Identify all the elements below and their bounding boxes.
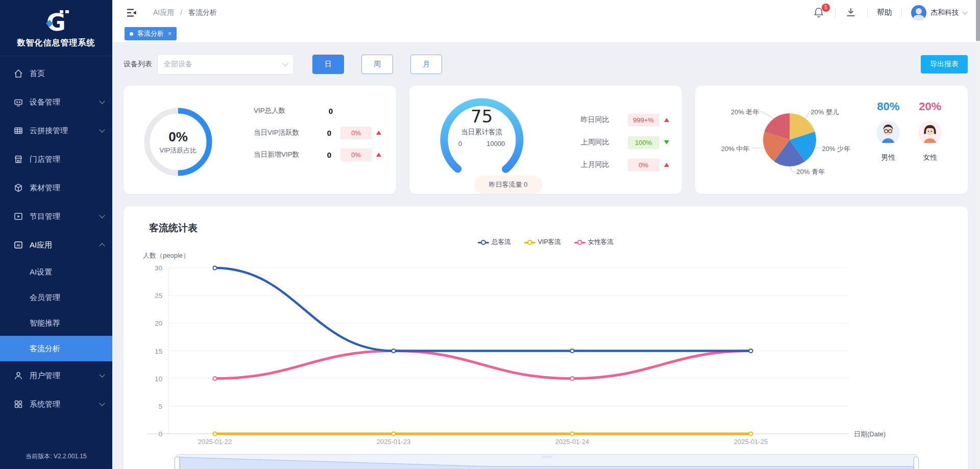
vip-ring-chart: 0% VIP活跃占比 [140,104,216,180]
demographics-card: 20% 老年 20% 婴儿 20% 中年 20% 少年 20% 青年 80% [695,86,968,194]
breadcrumb-parent[interactable]: AI应用 [153,8,174,16]
sidebar-item-label: 智能推荐 [30,318,60,328]
chevron-down-icon [282,60,288,66]
female-stat: 20% 女性 [910,100,950,162]
tab-label: 客流分析 [137,29,164,38]
company-name: 杰和科技 [930,8,959,17]
logo-block: G 数智化信息管理系统 [0,0,112,56]
sidebar-item-label: 设备管理 [30,97,60,107]
scrollbar-thumb[interactable] [976,0,980,41]
notifications-button[interactable]: 5 [813,6,826,19]
yoy-lastweek-row: 上周同比 100% [581,136,708,149]
user-icon [13,371,23,381]
sidebar-subitem-members[interactable]: 会员管理 [0,285,112,310]
main-area: AI应用 / 客流分析 5 帮助 杰和科技 客流分析 [112,0,980,469]
device-select[interactable]: 全部设备 [157,54,294,75]
device-select-placeholder: 全部设备 [164,60,192,69]
chevron-down-icon [99,98,105,104]
window-scrollbar[interactable] [976,0,980,469]
vip-active-percent-label: VIP活跃占比 [160,146,197,155]
traffic-gauge-chart: 75 当日累计客流 0 10000 昨日客流量 0 [436,94,528,186]
datazoom-slider[interactable] [177,454,917,469]
traffic-chart-card: 客流统计表 总客流 VIP客流 女性客流 人数（people） 05101520… [124,206,968,469]
sidebar-subitem-smart-recommend[interactable]: 智能推荐 [0,310,112,336]
ratio-badge: 0% [628,159,659,171]
male-percent: 80% [877,100,899,113]
ratio-badge: 100% [628,136,659,149]
sidebar-item-programs[interactable]: 节目管理 [0,202,112,231]
sidebar-subitem-traffic-analysis[interactable]: 客流分析 [0,336,112,361]
pie-label-infant: 20% 婴儿 [811,108,839,117]
svg-text:15: 15 [155,348,162,355]
datazoom-handle-left[interactable] [175,457,180,469]
ai-icon: AI [13,240,23,250]
legend-female-traffic[interactable]: 女性客流 [574,238,614,246]
period-day-button[interactable]: 日 [312,55,344,74]
help-button[interactable]: 帮助 [877,8,892,17]
traffic-gauge-card: 75 当日累计客流 0 10000 昨日客流量 0 昨日同比 999+% [409,86,682,194]
vip-new-row: 当日新增VIP数 0 0% [254,148,381,161]
svg-text:20: 20 [155,319,162,327]
app-title: 数智化信息管理系统 [17,38,95,48]
vip-active-row: 当日VIP活跃数 0 0% [254,126,381,139]
period-toggle: 日 周 月 [312,55,442,74]
sidebar-item-system[interactable]: 系统管理 [0,390,112,418]
sidebar-item-devices[interactable]: 设备管理 [0,88,112,116]
female-percent: 20% [919,100,941,113]
sidebar-item-materials[interactable]: 素材管理 [0,174,112,202]
breadcrumb-separator: / [180,8,182,16]
yoy-lastmonth-row: 上月同比 0% [581,158,708,171]
sidebar-item-label: 用户管理 [30,371,60,381]
svg-text:25: 25 [155,292,162,300]
home-icon [13,68,23,79]
legend-marker-icon [524,240,535,245]
avatar [911,5,926,20]
tab-traffic-analysis[interactable]: 客流分析 × [125,27,177,40]
legend-total-traffic[interactable]: 总客流 [478,238,511,246]
menu-fold-icon[interactable] [126,7,138,19]
download-button[interactable] [845,6,858,19]
vip-active-percent: 0% [168,129,188,145]
material-cube-icon [13,183,23,193]
sidebar-subitem-ai-settings[interactable]: AI设置 [0,259,112,285]
sidebar-item-cloud-splice[interactable]: 云拼接管理 [0,116,112,145]
chart-title: 客流统计表 [149,221,198,235]
datazoom-grip[interactable] [541,456,552,458]
period-month-button[interactable]: 月 [410,55,442,74]
vip-total-row: VIP总人数 0 [254,104,381,117]
store-icon [13,154,23,164]
period-week-button[interactable]: 周 [361,55,393,74]
legend-marker-icon [478,240,489,245]
sidebar-item-users[interactable]: 用户管理 [0,361,112,390]
pie-label-middleage: 20% 中年 [721,144,750,154]
sidebar-item-ai[interactable]: AI AI应用 [0,231,112,259]
system-grid-icon [13,399,23,409]
trend-up-icon [664,118,669,122]
trend-up-icon [376,131,381,135]
ratio-badge: 0% [340,149,372,161]
legend-marker-icon [574,240,585,245]
sidebar-item-label: 节目管理 [30,212,60,221]
content: 设备列表 全部设备 日 周 月 导出报表 [112,43,980,469]
chevron-down-icon [99,372,105,377]
today-traffic-value: 75 [471,106,493,127]
sidebar-item-home[interactable]: 首页 [0,59,112,88]
gauge-max: 10000 [486,140,505,147]
logo-icon: G [42,10,70,35]
trend-up-icon [664,163,669,167]
export-report-button[interactable]: 导出报表 [921,55,968,73]
svg-text:10: 10 [155,375,162,383]
sidebar-item-stores[interactable]: 门店管理 [0,145,112,174]
svg-text:2025-01-25: 2025-01-25 [734,438,768,446]
breadcrumb: AI应用 / 客流分析 [153,8,217,17]
user-menu[interactable]: 杰和科技 [911,5,967,20]
sidebar-item-label: 系统管理 [30,400,60,409]
close-icon[interactable]: × [168,30,172,37]
pie-label-elderly: 20% 老年 [731,108,760,117]
chevron-down-icon [99,212,105,218]
sidebar-item-label: 会员管理 [30,293,60,303]
avatar-male-icon [876,120,900,145]
datazoom-handle-right[interactable] [914,457,919,469]
traffic-line-chart: 0510152025302025-01-222025-01-232025-01-… [132,261,928,451]
legend-vip-traffic[interactable]: VIP客流 [524,238,561,246]
